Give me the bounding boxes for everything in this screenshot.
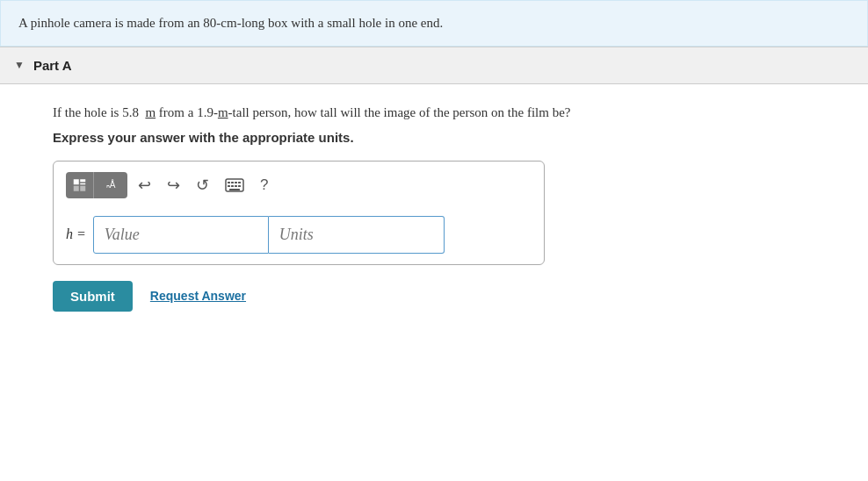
units-format-button[interactable]: ₙÅ [94,172,127,198]
action-row: Submit Request Answer [53,281,815,312]
svg-rect-13 [238,185,241,187]
express-instruction: Express your answer with the appropriate… [53,130,815,145]
svg-rect-12 [235,185,237,187]
problem-statement: A pinhole camera is made from an 80-cm-l… [0,0,868,47]
problem-text: A pinhole camera is made from an 80-cm-l… [18,16,443,30]
redo-button[interactable]: ↪ [162,172,185,198]
units-input[interactable] [269,216,445,254]
svg-rect-7 [231,182,234,183]
svg-rect-8 [235,182,237,183]
svg-rect-2 [80,183,85,184]
input-row: h = [66,216,532,254]
undo-button[interactable]: ↩ [133,172,156,198]
help-button[interactable]: ? [255,173,273,197]
request-answer-button[interactable]: Request Answer [150,289,246,303]
part-header: ▼ Part A [0,47,868,84]
question-text: If the hole is 5.8 m from a 1.9-m-tall p… [53,102,815,123]
chevron-down-icon[interactable]: ▼ [14,59,25,72]
format-button-group: ₙÅ [66,172,127,198]
value-input[interactable] [93,216,269,254]
svg-rect-3 [74,185,79,190]
answer-box: ₙÅ ↩ ↪ ↺ [53,161,545,265]
part-content: If the hole is 5.8 m from a 1.9-m-tall p… [0,84,868,333]
svg-rect-4 [80,185,85,190]
svg-rect-11 [231,185,234,187]
svg-rect-14 [229,189,240,190]
svg-rect-1 [80,179,85,182]
svg-rect-0 [74,179,79,184]
part-title: Part A [33,58,72,73]
toolbar: ₙÅ ↩ ↪ ↺ [66,172,532,205]
variable-label: h = [66,226,86,242]
reset-button[interactable]: ↺ [191,172,214,198]
svg-rect-6 [228,182,230,183]
svg-rect-10 [228,185,230,187]
svg-rect-9 [238,182,241,183]
submit-button[interactable]: Submit [53,281,133,312]
keyboard-button[interactable] [220,175,250,196]
grid-format-button[interactable] [66,172,94,198]
